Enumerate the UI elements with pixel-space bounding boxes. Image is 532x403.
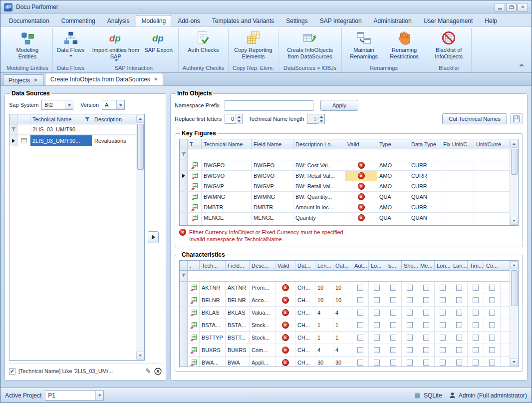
tab-create-infoobjects[interactable]: Create InfoObjects from DataSources ✕ [45, 73, 163, 85]
valid-cell[interactable] [345, 202, 377, 213]
long-text-cell[interactable] [435, 357, 451, 367]
language-cell[interactable] [451, 332, 468, 344]
authorization-cell[interactable] [352, 357, 369, 367]
stepper-down[interactable] [318, 119, 324, 124]
description-cell[interactable]: Revaluations [92, 135, 136, 146]
table-row[interactable]: BSTTYP BSTT... Stock... CH... 1 1 [180, 332, 510, 344]
filter-icon[interactable] [85, 117, 90, 122]
unit-currency-cell[interactable] [474, 181, 510, 192]
medium-text-cell[interactable] [418, 307, 435, 319]
long-text-cell[interactable] [435, 307, 451, 319]
checkbox[interactable] [473, 360, 479, 366]
authorization-cell[interactable] [352, 282, 369, 294]
column-header[interactable]: Valid [345, 139, 377, 149]
column-header[interactable]: Aut... [352, 261, 369, 270]
technical-name-filter-cell[interactable]: 2LIS_03_UM/T90... [30, 124, 92, 135]
technical-name-cell[interactable]: BELNR [200, 294, 226, 307]
field-name-cell[interactable]: DMBTR [252, 202, 293, 213]
scroll-up-button[interactable] [136, 115, 144, 123]
valid-cell[interactable] [275, 282, 295, 294]
technical-name-cell[interactable]: AKTNR [200, 282, 226, 294]
checkbox[interactable] [407, 310, 413, 316]
scroll-down-button[interactable] [510, 217, 518, 225]
technical-name-cell[interactable]: BWA... [200, 357, 226, 367]
checkbox[interactable] [423, 285, 429, 291]
description-cell[interactable]: BW: Cost Val... [293, 160, 345, 171]
column-header[interactable]: Out... [333, 261, 352, 270]
checkbox[interactable] [440, 285, 446, 291]
characteristics-filter-row[interactable] [180, 271, 510, 282]
scroll-up-button[interactable] [510, 140, 518, 148]
technical-name-cell[interactable]: BSTTYP [200, 332, 226, 344]
checkbox[interactable] [489, 310, 495, 316]
unit-currency-cell[interactable] [474, 171, 510, 181]
data-type-cell[interactable]: CURR [409, 160, 441, 171]
sap-system-combo[interactable]: BI2 [41, 100, 73, 110]
checkbox[interactable] [374, 360, 380, 366]
medium-text-cell[interactable] [418, 332, 435, 344]
menu-tab[interactable]: Administration [368, 15, 417, 26]
authorization-cell[interactable] [352, 319, 369, 332]
vertical-scrollbar[interactable] [510, 139, 518, 225]
field-name-cell[interactable]: MENGE [252, 213, 293, 223]
chevron-down-icon[interactable] [116, 100, 124, 109]
filter-cells[interactable] [188, 271, 510, 281]
vertical-scrollbar[interactable] [510, 261, 518, 367]
length-cell[interactable]: 10 [315, 282, 333, 294]
description-cell[interactable]: Prom... [250, 282, 275, 294]
menu-tab[interactable]: Documentation [3, 15, 55, 26]
description-cell[interactable]: Appli... [250, 357, 275, 367]
long-text-cell[interactable] [435, 319, 451, 332]
output-length-cell[interactable]: 10 [333, 294, 352, 307]
medium-text-cell[interactable] [418, 282, 435, 294]
checkbox[interactable] [489, 347, 495, 353]
conversion-cell[interactable] [484, 319, 501, 332]
time-cell[interactable] [468, 332, 484, 344]
menu-tab[interactable]: Templates and Variants [207, 15, 280, 26]
column-header[interactable]: Data Type [409, 139, 441, 149]
type-cell[interactable]: QUA [377, 213, 409, 223]
close-tab-icon[interactable]: ✕ [154, 77, 158, 82]
table-row[interactable]: BELNR BELNR Acco... CH... 10 10 [180, 294, 510, 307]
length-cell[interactable]: 10 [315, 294, 333, 307]
fix-unit-cell[interactable] [441, 160, 474, 171]
description-cell[interactable]: Acco... [250, 294, 275, 307]
valid-cell[interactable] [275, 357, 295, 367]
is-flag-cell[interactable] [385, 357, 402, 367]
description-cell[interactable]: Stock... [250, 319, 275, 332]
table-row[interactable]: MENGE MENGE Quantity QUA QUAN [180, 213, 510, 223]
copy-reporting-elements-button[interactable]: Copy Reporting Elements [231, 28, 276, 64]
checkbox[interactable] [440, 297, 446, 303]
checkbox[interactable] [390, 297, 396, 303]
valid-cell[interactable] [345, 171, 377, 181]
checkbox[interactable] [489, 297, 495, 303]
time-cell[interactable] [468, 319, 484, 332]
data-type-cell[interactable]: CURR [409, 202, 441, 213]
description-cell[interactable]: Stock... [250, 332, 275, 344]
checkbox[interactable] [440, 322, 446, 328]
type-cell[interactable]: AMO [377, 181, 409, 192]
unit-currency-cell[interactable] [474, 213, 510, 223]
technical-name-cell[interactable]: BKLAS [200, 307, 226, 319]
fix-unit-cell[interactable] [441, 171, 474, 181]
valid-cell[interactable] [345, 213, 377, 223]
column-header[interactable]: Co... [484, 261, 510, 270]
is-flag-cell[interactable] [385, 319, 402, 332]
data-type-cell[interactable]: CH... [295, 282, 315, 294]
checkbox[interactable] [489, 335, 495, 341]
vertical-scrollbar[interactable] [136, 114, 144, 360]
field-name-cell[interactable]: BSTA... [226, 319, 250, 332]
close-tab-icon[interactable]: ✕ [33, 78, 37, 83]
is-flag-cell[interactable] [385, 307, 402, 319]
checkbox[interactable] [423, 347, 429, 353]
column-header[interactable]: Unit/Curre... [474, 139, 510, 149]
show-cell[interactable] [402, 319, 418, 332]
data-type-cell[interactable]: CH... [295, 332, 315, 344]
menu-tab[interactable]: Add-ons [172, 15, 206, 26]
auth-checks-button[interactable]: Auth Checks [183, 28, 223, 64]
clear-filter-icon[interactable] [154, 368, 162, 375]
conversion-cell[interactable] [484, 294, 501, 307]
technical-name-cell[interactable]: DMBTR [202, 202, 252, 213]
table-row[interactable]: AKTNR AKTNR Prom... CH... 10 10 [180, 282, 510, 294]
checkbox[interactable] [374, 285, 380, 291]
